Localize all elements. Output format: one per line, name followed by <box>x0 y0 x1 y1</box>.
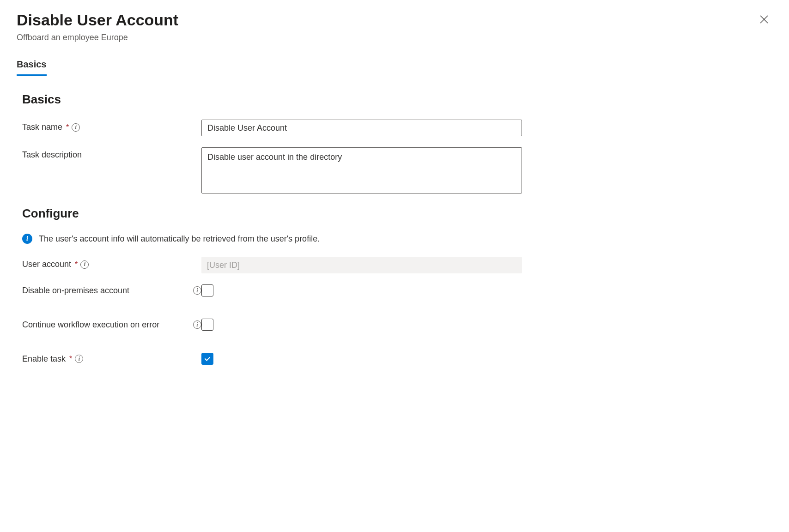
continue-on-error-label: Continue workflow execution on error <box>22 320 190 330</box>
tab-basics[interactable]: Basics <box>17 59 47 76</box>
user-account-label: User account <box>22 260 71 269</box>
close-icon <box>759 15 769 24</box>
enable-task-label: Enable task <box>22 354 66 364</box>
user-account-field: [User ID] <box>201 257 522 273</box>
required-asterisk: * <box>75 260 78 269</box>
page-title: Disable User Account <box>17 11 178 29</box>
info-icon[interactable]: i <box>193 320 201 329</box>
task-name-input[interactable] <box>201 120 522 136</box>
disable-onprem-checkbox[interactable] <box>201 284 213 296</box>
close-button[interactable] <box>756 11 772 28</box>
page-subtitle: Offboard an employee Europe <box>17 33 178 42</box>
continue-on-error-checkbox[interactable] <box>201 319 213 331</box>
info-icon[interactable]: i <box>72 123 80 132</box>
tabs: Basics <box>17 59 772 76</box>
info-banner-text: The user's account info will automatical… <box>39 234 320 244</box>
check-icon <box>204 355 211 363</box>
info-icon[interactable]: i <box>193 286 201 295</box>
disable-onprem-label: Disable on-premises account <box>22 286 190 296</box>
configure-section-title: Configure <box>22 206 772 221</box>
task-description-input[interactable] <box>201 147 522 193</box>
required-asterisk: * <box>66 123 69 132</box>
enable-task-checkbox[interactable] <box>201 353 213 365</box>
info-icon[interactable]: i <box>80 260 89 269</box>
task-description-label: Task description <box>22 150 82 160</box>
info-icon[interactable]: i <box>75 355 83 363</box>
info-icon: i <box>22 234 32 244</box>
required-asterisk: * <box>69 355 72 363</box>
basics-section-title: Basics <box>22 92 772 107</box>
task-name-label: Task name <box>22 122 62 132</box>
